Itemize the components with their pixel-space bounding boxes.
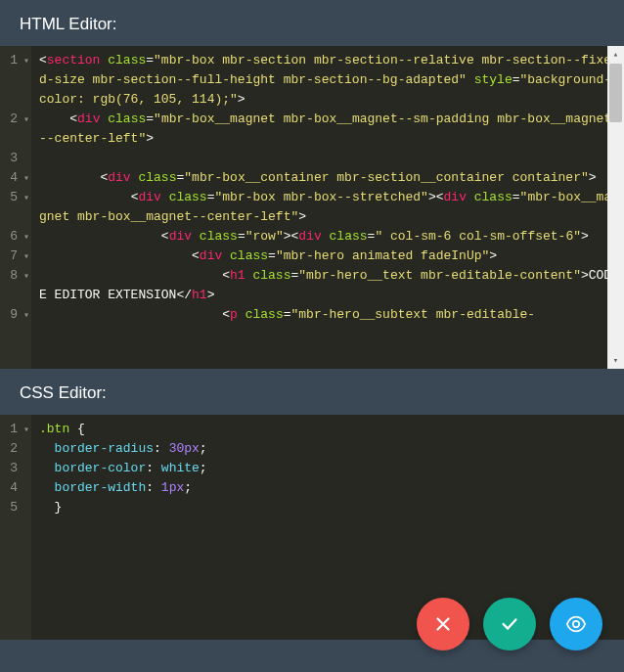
preview-button[interactable] bbox=[550, 598, 602, 650]
cancel-button[interactable] bbox=[417, 598, 469, 650]
scroll-down-icon[interactable]: ▾ bbox=[607, 352, 624, 369]
html-code-editor[interactable]: 123456789 <section class="mbr-box mbr-se… bbox=[0, 46, 624, 369]
scroll-thumb[interactable] bbox=[609, 64, 622, 122]
scroll-up-icon[interactable]: ▴ bbox=[607, 46, 624, 63]
close-icon bbox=[432, 613, 454, 635]
save-button[interactable] bbox=[483, 598, 536, 650]
html-editor-panel: HTML Editor: 123456789 <section class="m… bbox=[0, 0, 624, 369]
html-editor-title: HTML Editor: bbox=[0, 0, 624, 46]
html-gutter: 123456789 bbox=[0, 46, 31, 369]
action-buttons bbox=[417, 598, 602, 650]
css-editor-title: CSS Editor: bbox=[0, 369, 624, 415]
svg-point-0 bbox=[573, 621, 579, 627]
html-scrollbar[interactable]: ▴ ▾ bbox=[607, 46, 624, 369]
css-gutter: 12345 bbox=[0, 415, 31, 640]
html-code-area[interactable]: <section class="mbr-box mbr-section mbr-… bbox=[31, 46, 624, 369]
eye-icon bbox=[565, 613, 587, 635]
check-icon bbox=[499, 613, 520, 635]
